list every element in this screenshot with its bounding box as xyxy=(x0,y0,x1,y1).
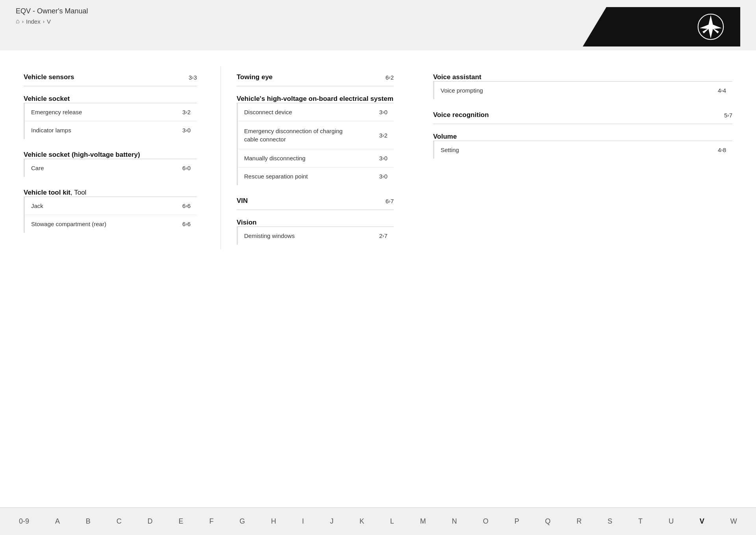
manual-title: EQV - Owner's Manual xyxy=(16,7,88,15)
page-header: EQV - Owner's Manual ⌂ › Index › V xyxy=(0,0,756,50)
breadcrumb-arrow-1: › xyxy=(22,19,24,24)
home-icon[interactable]: ⌂ xyxy=(16,18,20,25)
voice-recognition-pageref[interactable]: 5›7 xyxy=(724,112,732,119)
disconnect-device-item[interactable]: Disconnect device 3›0 xyxy=(238,103,394,121)
alpha-item-p[interactable]: P xyxy=(511,516,522,527)
jack-item[interactable]: Jack 6›6 xyxy=(25,197,197,215)
emergency-release-label: Emergency release xyxy=(31,109,82,115)
alpha-item-c[interactable]: C xyxy=(113,516,125,527)
vehicle-socket-subitems: Emergency release 3›2 Indicator lamps 3›… xyxy=(24,103,197,139)
jack-pageref: 6›6 xyxy=(182,202,191,209)
breadcrumb-current: V xyxy=(47,18,51,25)
section-vehicle-tool-kit: Vehicle tool kit, Tool Jack 6›6 Stowage … xyxy=(24,182,197,233)
header-left: EQV - Owner's Manual ⌂ › Index › V xyxy=(16,7,88,25)
vehicle-hv-heading: Vehicle's high-voltage on-board electric… xyxy=(237,95,393,102)
alpha-item-q[interactable]: Q xyxy=(542,516,554,527)
indicator-lamps-pageref: 3›0 xyxy=(182,127,191,134)
alpha-item-o[interactable]: O xyxy=(480,516,491,527)
alpha-item-d[interactable]: D xyxy=(145,516,156,527)
section-vision: Vision Demisting windows 2›7 xyxy=(237,212,394,245)
page-footer: 0-9 A B C D E F G H I J K L M N O P Q R … xyxy=(0,507,756,535)
emergency-disconnection-pageref: 3›2 xyxy=(379,132,387,139)
section-towing-eye: Towing eye 6›2 xyxy=(237,66,394,86)
vehicle-sensors-heading[interactable]: Vehicle sensors xyxy=(24,73,74,81)
alpha-item-j[interactable]: J xyxy=(327,516,337,527)
section-voice-assistant: Voice assistant Voice prompting 4›4 xyxy=(433,66,732,99)
rescue-separation-pageref: 3›0 xyxy=(379,173,387,180)
voice-recognition-heading[interactable]: Voice recognition xyxy=(433,111,489,119)
alpha-item-v[interactable]: V xyxy=(697,516,708,527)
alpha-item-09[interactable]: 0-9 xyxy=(16,516,32,527)
alpha-item-b[interactable]: B xyxy=(83,516,94,527)
alpha-item-u[interactable]: U xyxy=(665,516,677,527)
alpha-item-g[interactable]: G xyxy=(236,516,248,527)
alpha-item-l[interactable]: L xyxy=(387,516,397,527)
vehicle-socket-hv-subitems: Care 6›0 xyxy=(24,159,197,177)
disconnect-device-label: Disconnect device xyxy=(244,109,292,115)
voice-recognition-row: Voice recognition 5›7 xyxy=(433,104,732,124)
vin-pageref[interactable]: 6›7 xyxy=(385,198,394,204)
vin-heading[interactable]: VIN xyxy=(237,197,248,205)
vehicle-sensors-row: Vehicle sensors 3›3 xyxy=(24,66,197,86)
alpha-item-r[interactable]: R xyxy=(573,516,585,527)
voice-prompting-item[interactable]: Voice prompting 4›4 xyxy=(434,82,732,99)
vision-subitems: Demisting windows 2›7 xyxy=(237,227,394,245)
vehicle-tool-kit-heading-normal: , Tool xyxy=(70,189,86,196)
section-volume: Volume Setting 4›8 xyxy=(433,126,732,159)
manually-disconnecting-item[interactable]: Manually disconnecting 3›0 xyxy=(238,149,394,167)
towing-eye-heading[interactable]: Towing eye xyxy=(237,73,272,81)
section-vin: VIN 6›7 xyxy=(237,190,394,210)
rescue-separation-item[interactable]: Rescue separation point 3›0 xyxy=(238,167,394,185)
demisting-windows-item[interactable]: Demisting windows 2›7 xyxy=(238,227,394,245)
rescue-separation-label: Rescue separation point xyxy=(244,173,308,180)
alpha-item-m[interactable]: M xyxy=(417,516,429,527)
demisting-windows-pageref: 2›7 xyxy=(379,232,387,239)
stowage-item[interactable]: Stowage compartment (rear) 6›6 xyxy=(25,215,197,233)
breadcrumb-arrow-2: › xyxy=(43,19,44,24)
manually-disconnecting-pageref: 3›0 xyxy=(379,155,387,162)
alpha-item-i[interactable]: I xyxy=(299,516,307,527)
emergency-release-pageref: 3›2 xyxy=(182,109,191,115)
stowage-label: Stowage compartment (rear) xyxy=(31,221,106,227)
jack-label: Jack xyxy=(31,202,43,209)
towing-eye-row: Towing eye 6›2 xyxy=(237,66,394,86)
towing-eye-pageref[interactable]: 6›2 xyxy=(385,74,394,81)
column-3: Voice assistant Voice prompting 4›4 Voic… xyxy=(417,66,732,249)
setting-pageref: 4›8 xyxy=(718,147,726,153)
mercedes-logo xyxy=(697,13,724,41)
indicator-lamps-item[interactable]: Indicator lamps 3›0 xyxy=(25,121,197,139)
content-columns: Vehicle sensors 3›3 Vehicle socket Emerg… xyxy=(24,66,732,249)
emergency-release-item[interactable]: Emergency release 3›2 xyxy=(25,103,197,121)
alpha-navigation: 0-9 A B C D E F G H I J K L M N O P Q R … xyxy=(0,508,756,535)
voice-prompting-label: Voice prompting xyxy=(441,87,483,94)
section-vehicle-socket: Vehicle socket Emergency release 3›2 Ind… xyxy=(24,88,197,139)
column-2: Towing eye 6›2 Vehicle's high-voltage on… xyxy=(220,66,394,249)
manually-disconnecting-label: Manually disconnecting xyxy=(244,155,306,162)
svg-point-5 xyxy=(710,26,712,28)
vehicle-hv-subitems: Disconnect device 3›0 Emergency disconne… xyxy=(237,103,394,185)
section-vehicle-sensors: Vehicle sensors 3›3 xyxy=(24,66,197,86)
care-item[interactable]: Care 6›0 xyxy=(25,159,197,177)
alpha-item-k[interactable]: K xyxy=(356,516,367,527)
alpha-item-a[interactable]: A xyxy=(52,516,63,527)
vehicle-socket-hv-heading: Vehicle socket (high-voltage battery) xyxy=(24,151,140,158)
care-pageref: 6›0 xyxy=(182,165,191,171)
vehicle-sensors-pageref[interactable]: 3›3 xyxy=(189,74,197,81)
section-vehicle-socket-hv: Vehicle socket (high-voltage battery) Ca… xyxy=(24,144,197,177)
vin-row: VIN 6›7 xyxy=(237,190,394,210)
alpha-item-t[interactable]: T xyxy=(635,516,646,527)
vision-heading: Vision xyxy=(237,219,257,226)
voice-assistant-subitems: Voice prompting 4›4 xyxy=(433,82,732,99)
alpha-item-h[interactable]: H xyxy=(268,516,279,527)
alpha-item-s[interactable]: S xyxy=(604,516,615,527)
breadcrumb-index[interactable]: Index xyxy=(26,18,41,25)
alpha-item-w[interactable]: W xyxy=(727,516,740,527)
setting-item[interactable]: Setting 4›8 xyxy=(434,141,732,159)
indicator-lamps-label: Indicator lamps xyxy=(31,127,71,134)
alpha-item-e[interactable]: E xyxy=(176,516,187,527)
volume-heading: Volume xyxy=(433,133,457,140)
alpha-item-n[interactable]: N xyxy=(449,516,460,527)
alpha-item-f[interactable]: F xyxy=(206,516,217,527)
setting-label: Setting xyxy=(441,147,459,153)
emergency-disconnection-item[interactable]: Emergency disconnection of charging cabl… xyxy=(238,121,394,149)
